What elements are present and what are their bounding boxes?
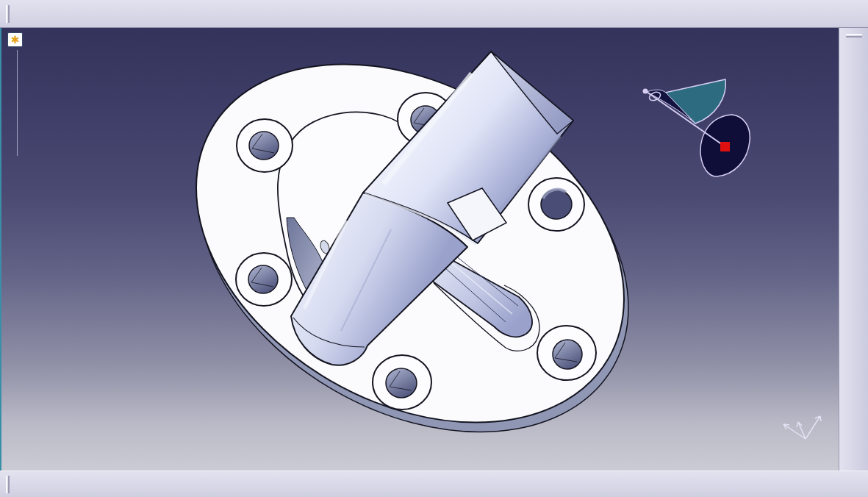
catia-window: ✱ xyxy=(0,0,868,497)
right-toolbar xyxy=(839,28,868,471)
bottom-toolbar xyxy=(0,471,868,497)
part-icon: ✱ xyxy=(7,32,23,47)
viewport-3d[interactable]: ✱ xyxy=(0,28,839,471)
tree-line xyxy=(17,50,18,156)
tree-root-part2[interactable]: ✱ xyxy=(7,32,28,47)
top-toolbar xyxy=(0,0,868,28)
toolbar-grip[interactable] xyxy=(6,476,10,493)
toolbar-grip[interactable] xyxy=(6,5,10,23)
specification-tree: ✱ xyxy=(1,28,193,204)
toolbar-grip[interactable] xyxy=(846,34,862,37)
axis-triad xyxy=(783,416,821,439)
compass xyxy=(643,79,750,176)
